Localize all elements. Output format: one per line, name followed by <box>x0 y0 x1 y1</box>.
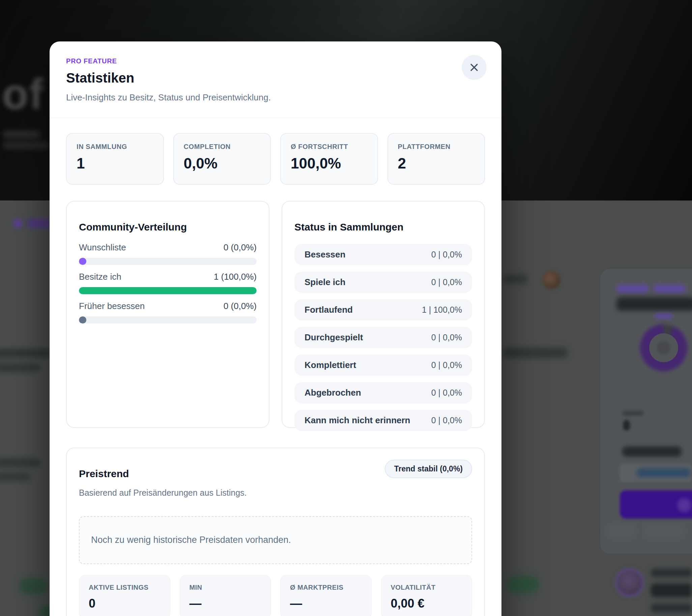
price-stat-card: VOLATILITÄT 0,00 € <box>381 575 473 616</box>
price-stat-label: MIN <box>190 584 261 591</box>
status-rows: Besessen 0 | 0,0% Spiele ich 0 | 0,0% Fo… <box>294 244 472 431</box>
status-row: Komplettiert 0 | 0,0% <box>294 354 472 376</box>
distribution-row: Wunschliste 0 (0,0%) <box>79 242 257 265</box>
distribution-value: 0 (0,0%) <box>224 301 257 311</box>
background-blur-text <box>503 348 567 358</box>
stat-card: COMPLETION 0,0% <box>173 133 271 185</box>
stat-card: PLATTFORMEN 2 <box>387 133 485 185</box>
stat-card: IN SAMMLUNG 1 <box>66 133 164 185</box>
distribution-label: Besitze ich <box>79 271 121 282</box>
status-panel-title: Status in Sammlungen <box>294 221 472 233</box>
background-blur-text <box>0 458 40 467</box>
status-row: Spiele ich 0 | 0,0% <box>294 271 472 293</box>
distribution-label: Wunschliste <box>79 242 126 253</box>
price-trend-empty-state: Noch zu wenig historische Preisdaten vor… <box>79 516 472 564</box>
background-green-badge <box>508 576 539 593</box>
status-row-label: Fortlaufend <box>305 305 353 315</box>
stat-card-value: 0,0% <box>184 155 261 172</box>
distribution-label: Früher besessen <box>79 301 145 311</box>
stat-card-label: COMPLETION <box>184 143 261 151</box>
background-sidebar-stat-value <box>623 420 630 431</box>
distribution-rows: Wunschliste 0 (0,0%) Besitze ich 1 (100,… <box>79 242 257 324</box>
background-sidebar-label <box>654 285 686 293</box>
distribution-bar-fill <box>79 287 257 294</box>
distribution-bar-track <box>79 258 257 265</box>
background-blur-shape <box>644 524 684 538</box>
status-row-value: 0 | 0,0% <box>431 250 462 260</box>
status-row-value: 0 | 0,0% <box>431 416 462 425</box>
distribution-value: 1 (100,0%) <box>214 271 257 282</box>
background-sidebar-stat-label <box>622 411 644 416</box>
background-blur-text <box>0 363 40 372</box>
panels-row: Community-Verteilung Wunschliste 0 (0,0%… <box>66 201 485 428</box>
modal-header: PRO FEATURE Statistiken Live-Insights zu… <box>49 41 501 118</box>
status-row: Abgebrochen 0 | 0,0% <box>294 382 472 403</box>
price-stat-value: — <box>190 596 261 611</box>
background-sidebar-label <box>616 285 649 293</box>
close-icon <box>469 62 480 73</box>
background-blur-text <box>651 604 692 612</box>
collection-status-panel: Status in Sammlungen Besessen 0 | 0,0% S… <box>281 201 485 428</box>
distribution-bar-fill <box>79 258 86 265</box>
price-trend-subtitle: Basierend auf Preisänderungen aus Listin… <box>79 488 247 498</box>
status-row-label: Durchgespielt <box>305 332 363 343</box>
trend-status-badge: Trend stabil (0,0%) <box>385 460 472 478</box>
price-stat-value: 0 <box>89 596 161 611</box>
status-row: Durchgespielt 0 | 0,0% <box>294 327 472 348</box>
background-donut-label <box>655 313 672 319</box>
close-button[interactable] <box>462 55 487 80</box>
distribution-bar-track <box>79 287 257 294</box>
modal-body: IN SAMMLUNG 1 COMPLETION 0,0% Ø FORTSCHR… <box>49 118 501 616</box>
background-sidebar-title <box>616 297 692 311</box>
status-row-value: 0 | 0,0% <box>431 277 462 287</box>
distribution-row: Besitze ich 1 (100,0%) <box>79 271 257 294</box>
status-row-value: 0 | 0,0% <box>431 388 462 398</box>
price-trend-title: Preistrend <box>79 468 247 480</box>
stat-card-label: PLATTFORMEN <box>398 143 475 151</box>
status-row: Kann mich nicht erinnern 0 | 0,0% <box>294 410 472 431</box>
price-stat-label: VOLATILITÄT <box>391 584 463 591</box>
status-row: Besessen 0 | 0,0% <box>294 244 472 265</box>
background-tab-label <box>27 219 53 228</box>
app-canvas: of U PRO FEATURE Statistiken Live-Insigh… <box>0 0 692 616</box>
background-profile-name <box>651 584 692 597</box>
background-donut-center <box>657 341 670 354</box>
background-blur-text <box>0 349 50 357</box>
background-user-avatar <box>542 271 561 289</box>
community-distribution-panel: Community-Verteilung Wunschliste 0 (0,0%… <box>66 201 269 428</box>
status-row-label: Komplettiert <box>305 360 356 370</box>
background-blur-text <box>503 274 527 283</box>
community-panel-title: Community-Verteilung <box>79 221 257 233</box>
background-tab-icon <box>14 219 22 228</box>
background-sidebar-button-icon <box>677 498 691 512</box>
status-row: Fortlaufend 1 | 100,0% <box>294 299 472 321</box>
status-row-value: 0 | 0,0% <box>431 360 462 370</box>
price-stat-cards: AKTIVE LISTINGS 0 MIN — Ø MARKTPREIS — V… <box>79 575 472 616</box>
stat-card-value: 1 <box>77 155 153 172</box>
modal-subtitle: Live-Insights zu Besitz, Status und Prei… <box>66 92 485 103</box>
distribution-row: Früher besessen 0 (0,0%) <box>79 301 257 324</box>
background-blur-text <box>651 569 692 577</box>
modal-title: Statistiken <box>66 70 485 86</box>
distribution-value: 0 (0,0%) <box>224 242 257 253</box>
price-trend-panel: Preistrend Basierend auf Preisänderungen… <box>66 447 485 616</box>
summary-stat-cards: IN SAMMLUNG 1 COMPLETION 0,0% Ø FORTSCHR… <box>66 133 485 185</box>
price-stat-label: Ø MARKTPREIS <box>290 584 362 591</box>
pro-feature-label: PRO FEATURE <box>66 57 485 65</box>
stat-card-label: IN SAMMLUNG <box>77 143 153 151</box>
price-stat-card: MIN — <box>180 575 271 616</box>
status-row-label: Spiele ich <box>305 277 345 287</box>
background-blur-text <box>3 131 40 138</box>
statistics-modal: PRO FEATURE Statistiken Live-Insights zu… <box>49 41 501 616</box>
background-profile-avatar <box>617 570 642 595</box>
background-sidebar-platforms-label <box>622 446 681 457</box>
stat-card-label: Ø FORTSCHRITT <box>291 143 368 151</box>
background-sidebar-link <box>637 468 691 477</box>
background-blur-text <box>3 141 49 149</box>
price-stat-value: 0,00 € <box>391 596 463 611</box>
status-row-label: Abgebrochen <box>305 388 361 398</box>
distribution-bar-fill <box>79 316 86 324</box>
status-row-value: 0 | 0,0% <box>431 333 462 343</box>
stat-card-value: 100,0% <box>291 155 368 172</box>
price-stat-card: AKTIVE LISTINGS 0 <box>79 575 170 616</box>
